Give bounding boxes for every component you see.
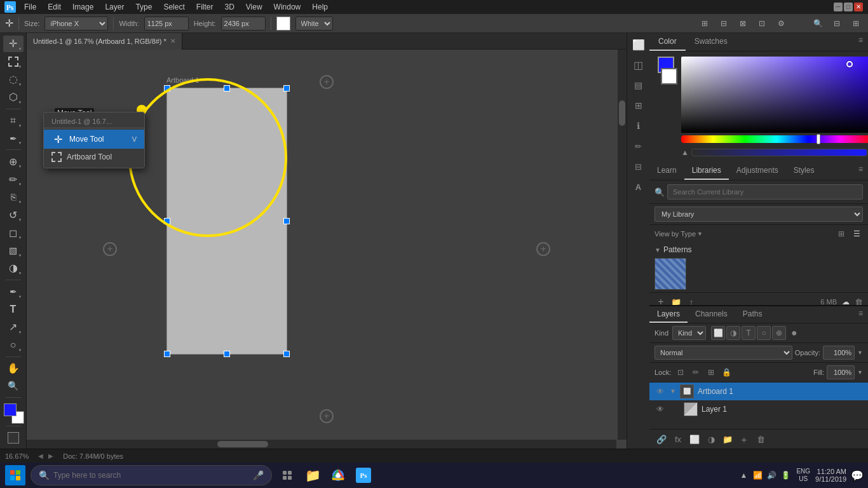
menu-file[interactable]: File	[19, 1, 41, 13]
handle-bl[interactable]	[164, 351, 170, 357]
tab-layers[interactable]: Layers	[649, 306, 688, 323]
menu-view[interactable]: View	[241, 1, 268, 13]
opacity-chevron-icon[interactable]: ▼	[857, 349, 863, 356]
color-swatches[interactable]	[4, 403, 23, 420]
add-layer-btn[interactable]: +	[737, 432, 751, 446]
add-artboard-right[interactable]: +	[536, 242, 550, 256]
layers-panel-menu[interactable]: ≡	[853, 306, 868, 323]
menu-type[interactable]: Type	[130, 1, 157, 13]
filter-shape-btn[interactable]: ○	[757, 326, 771, 340]
close-button[interactable]: ✕	[854, 3, 863, 11]
panel-menu-btn[interactable]: ≡	[853, 33, 868, 51]
quick-select-btn[interactable]: ⬡ ▼	[3, 89, 24, 105]
fill-chevron-icon[interactable]: ▼	[857, 369, 863, 376]
color-gradient-picker[interactable]	[681, 57, 868, 133]
align-icon[interactable]: ⊠	[736, 17, 750, 30]
hand-tool-btn[interactable]: ✋	[3, 360, 24, 376]
pen-tool-btn[interactable]: ✒ ▼	[3, 283, 24, 300]
zoom-tool-btn[interactable]: 🔍	[3, 377, 24, 394]
workspace-icon[interactable]: ⊟	[830, 17, 844, 30]
lasso-tool-btn[interactable]: ◌ ▼	[3, 71, 24, 88]
brush-tool-btn[interactable]: ✏ ▼	[3, 171, 24, 187]
tab-libraries[interactable]: Libraries	[684, 162, 729, 180]
v-scroll-thumb[interactable]	[619, 100, 625, 126]
delete-layer-btn[interactable]: 🗑	[754, 432, 768, 446]
color-hue-bar[interactable]	[681, 135, 868, 143]
move-tool-btn[interactable]: ✛ ▼	[3, 36, 24, 52]
tab-channels[interactable]: Channels	[688, 306, 735, 323]
lock-artboard-icon[interactable]: ⊞	[705, 367, 717, 378]
eyedropper-btn[interactable]: ✒ ▼	[3, 130, 24, 147]
canvas-color-dropdown[interactable]: White	[295, 17, 333, 30]
channels-icon-btn[interactable]: ⊞	[630, 97, 648, 114]
width-input[interactable]	[144, 17, 189, 30]
language-label[interactable]: ENGUS	[796, 468, 810, 483]
view-by-type-btn[interactable]: View by Type ▼	[654, 230, 703, 238]
popup-move-tool[interactable]: ✛ Move Tool V	[44, 130, 144, 149]
info-icon-btn[interactable]: ℹ	[630, 117, 648, 135]
crop-tool-btn[interactable]: ⌗ ▼	[3, 112, 24, 129]
color-alpha-bar[interactable]	[691, 149, 867, 156]
taskbar-search-box[interactable]: 🔍 🎤	[31, 465, 272, 485]
layer-item-artboard1[interactable]: 👁 ▼ ⬜ Artboard 1	[649, 383, 868, 400]
add-artboard-bottom[interactable]: +	[320, 409, 334, 423]
height-input[interactable]	[221, 17, 266, 30]
handle-ml[interactable]	[164, 218, 170, 224]
library-search[interactable]	[667, 184, 863, 200]
filter-smart-btn[interactable]: ⊕	[772, 326, 786, 340]
marquee-tool-btn[interactable]: ▼	[3, 53, 24, 70]
menu-help[interactable]: Help	[307, 1, 333, 13]
tab-paths[interactable]: Paths	[735, 306, 770, 323]
handle-tr[interactable]	[283, 85, 290, 92]
menu-select[interactable]: Select	[158, 1, 189, 13]
arrange-docs-icon[interactable]: ⊞	[849, 17, 863, 30]
tab-swatches[interactable]: Swatches	[686, 33, 736, 51]
folder-btn[interactable]: 📁	[670, 295, 682, 305]
eraser-tool-btn[interactable]: ◻ ▼	[3, 224, 24, 241]
canvas-color-swatch[interactable]	[276, 17, 290, 30]
add-mask-btn[interactable]: ⬜	[688, 432, 702, 446]
opacity-input[interactable]	[823, 346, 855, 360]
scroll-left-icon[interactable]: ◀	[36, 452, 45, 461]
maximize-button[interactable]: □	[844, 3, 853, 11]
canvas-tab[interactable]: Untitled-1 @ 16.7% (Artboard 1, RGB/8#) …	[27, 33, 182, 50]
history-brush-btn[interactable]: ↺ ▼	[3, 207, 24, 223]
list-view-icon[interactable]: ☰	[850, 227, 863, 240]
adjustment-icon-btn[interactable]: ◫	[630, 56, 648, 74]
filter-type-btn[interactable]: T	[742, 326, 756, 340]
shape-tool-btn[interactable]: ○ ▼	[3, 337, 24, 353]
lock-position-icon[interactable]: ⊡	[675, 367, 686, 378]
lock-all-icon[interactable]: 🔒	[721, 367, 732, 378]
horizontal-scrollbar[interactable]	[27, 440, 616, 449]
color-icon-btn[interactable]: ⬜	[630, 36, 648, 53]
layers-icon-btn[interactable]: ▤	[630, 76, 648, 94]
network-icon[interactable]: 📶	[752, 470, 763, 481]
heal-tool-btn[interactable]: ⊕ ▼	[3, 153, 24, 170]
tab-styles[interactable]: Styles	[786, 162, 822, 180]
canvas-scroll-area[interactable]: + + + + Artboard 1	[27, 50, 627, 449]
add-adjustment-btn[interactable]: ◑	[704, 432, 718, 446]
taskbar-task-view[interactable]	[277, 465, 297, 485]
layer-vis-artboard1[interactable]: 👁	[654, 386, 666, 397]
grid-view-icon[interactable]: ⊞	[835, 227, 848, 240]
handle-br[interactable]	[283, 351, 290, 357]
handle-mr[interactable]	[283, 218, 290, 224]
clone-tool-btn[interactable]: ⎘ ▼	[3, 189, 24, 205]
handle-bm[interactable]	[224, 351, 230, 357]
speaker-icon[interactable]: 🔊	[766, 470, 777, 481]
add-style-btn[interactable]: fx	[671, 432, 685, 446]
foreground-color[interactable]	[4, 403, 17, 416]
notification-btn[interactable]: 💬	[851, 470, 863, 481]
taskbar-search-input[interactable]	[53, 471, 249, 480]
taskbar-chrome[interactable]	[328, 465, 348, 485]
layer-item-layer1[interactable]: 👁 Layer 1	[649, 400, 868, 418]
start-button[interactable]	[5, 465, 25, 485]
add-artboard-left[interactable]: +	[103, 242, 117, 256]
menu-3d[interactable]: 3D	[219, 1, 239, 13]
group-arrow-icon[interactable]: ▼	[670, 388, 676, 395]
add-group-btn[interactable]: 📁	[721, 432, 735, 446]
library-dropdown[interactable]: My Library	[654, 207, 863, 222]
kind-dropdown[interactable]: Kind	[672, 326, 706, 340]
tab-color[interactable]: Color	[649, 33, 686, 51]
handle-tm[interactable]	[224, 85, 230, 92]
